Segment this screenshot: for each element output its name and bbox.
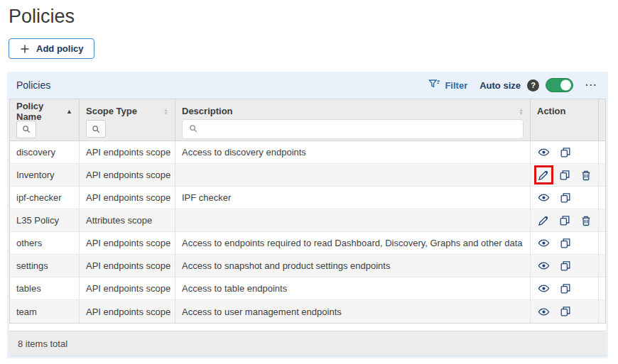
copy-icon[interactable] [559, 260, 571, 272]
scope-type-search-button[interactable] [86, 120, 106, 138]
copy-icon[interactable] [559, 282, 571, 294]
cell-description: Access to endpoints required to read Das… [175, 232, 531, 254]
column-scope-type: Scope Type ▲▼ [80, 99, 175, 140]
cell-policy-name: discovery [10, 141, 80, 163]
help-icon[interactable]: ? [527, 79, 539, 92]
cell-scope-type: API endpoints scope [80, 164, 175, 186]
cell-description: IPF checker [175, 187, 531, 209]
cell-description: Access to user management endpoints [175, 300, 531, 323]
cell-scope-type: API endpoints scope [80, 141, 175, 163]
view-icon[interactable] [538, 260, 550, 272]
column-label: Scope Type [86, 106, 137, 116]
copy-icon[interactable] [559, 146, 571, 158]
header-filler [599, 99, 605, 140]
cell-policy-name: team [10, 300, 80, 323]
grid-footer: 8 items total [9, 331, 606, 356]
cell-policy-name: others [10, 232, 80, 254]
page-title: Policies [9, 6, 618, 28]
edit-icon[interactable] [538, 214, 550, 226]
autosize-label: Auto size [479, 80, 521, 91]
row-filler [599, 141, 605, 163]
cell-policy-name: L35 Policy [10, 209, 80, 231]
cell-description: Access to discovery endpoints [175, 141, 531, 163]
cell-scope-type: API endpoints scope [80, 255, 175, 277]
filter-cell-description [175, 118, 530, 140]
column-header-description[interactable]: Description ▲▼ [175, 99, 530, 118]
copy-icon[interactable] [559, 214, 571, 226]
autosize-toggle[interactable] [546, 78, 573, 92]
cell-actions [531, 232, 599, 254]
delete-icon[interactable] [580, 169, 592, 181]
row-filler [599, 277, 605, 299]
cell-actions [531, 277, 599, 299]
filter-icon [428, 79, 440, 92]
row-filler [599, 232, 605, 254]
column-action: Action [531, 99, 599, 140]
cell-actions [531, 141, 599, 163]
description-search-box [182, 119, 524, 139]
delete-icon[interactable] [580, 214, 592, 226]
column-description: Description ▲▼ [175, 99, 531, 140]
items-total-label: 8 items total [18, 338, 67, 349]
view-icon[interactable] [538, 192, 550, 204]
column-label: Action [537, 106, 565, 116]
panel-controls: Filter Auto size ? ··· [428, 78, 597, 92]
cell-description [175, 209, 531, 231]
table-row: others API endpoints scope Access to end… [10, 232, 605, 255]
cell-description: Access to snapshot and product settings … [175, 255, 531, 277]
policy-name-search-button[interactable] [16, 121, 36, 138]
view-icon[interactable] [538, 282, 550, 294]
view-icon[interactable] [538, 237, 550, 249]
cell-description [175, 164, 531, 186]
column-policy-name: Policy Name ▲ [10, 99, 80, 140]
column-header-action: Action [531, 99, 598, 118]
autosize-group: Auto size ? [479, 78, 573, 92]
column-header-policy-name[interactable]: Policy Name ▲ [10, 99, 79, 118]
grid-table: Policy Name ▲ Scope Type ▲▼ [9, 99, 606, 324]
grid-header: Policy Name ▲ Scope Type ▲▼ [10, 99, 605, 141]
filter-cell-scope-type [80, 118, 175, 140]
filter-button[interactable]: Filter [428, 79, 467, 92]
filter-cell-policy-name [10, 118, 79, 140]
cell-actions [531, 209, 599, 231]
cell-scope-type: API endpoints scope [80, 232, 175, 254]
row-filler [599, 255, 605, 277]
cell-actions [531, 187, 599, 209]
view-icon[interactable] [538, 146, 550, 158]
grid-spacer [9, 324, 606, 331]
add-policy-button[interactable]: Add policy [9, 38, 94, 59]
sort-both-icon: ▲▼ [519, 108, 524, 115]
sort-asc-icon: ▲ [66, 108, 72, 115]
copy-icon[interactable] [559, 169, 571, 181]
column-header-scope-type[interactable]: Scope Type ▲▼ [80, 99, 175, 118]
cell-scope-type: Attributes scope [80, 209, 175, 231]
table-row: Inventory API endpoints scope [10, 164, 605, 187]
search-icon [189, 123, 197, 136]
table-row: team API endpoints scope Access to user … [10, 300, 605, 323]
add-policy-label: Add policy [36, 43, 83, 54]
description-search-input[interactable] [202, 123, 516, 135]
row-filler [599, 164, 605, 186]
cell-actions [531, 300, 599, 323]
table-row: ipf-checker API endpoints scope IPF chec… [10, 187, 605, 209]
panel-title: Policies [16, 79, 50, 91]
table-row: tables API endpoints scope Access to tab… [10, 277, 605, 300]
policies-grid: Policy Name ▲ Scope Type ▲▼ [9, 99, 606, 356]
sort-both-icon: ▲▼ [163, 108, 168, 115]
row-filler [599, 209, 605, 231]
cell-actions [531, 164, 599, 186]
copy-icon[interactable] [559, 237, 571, 249]
row-filler [599, 187, 605, 209]
filter-label: Filter [445, 80, 467, 91]
cell-scope-type: API endpoints scope [80, 277, 175, 299]
view-icon[interactable] [538, 306, 550, 318]
policies-panel: Policies Filter Auto size ? ··· [7, 72, 608, 358]
table-row: settings API endpoints scope Access to s… [10, 255, 605, 277]
toggle-knob [560, 80, 571, 91]
edit-icon[interactable] [538, 169, 550, 181]
cell-scope-type: API endpoints scope [80, 187, 175, 209]
more-options-button[interactable]: ··· [585, 82, 597, 89]
table-row: discovery API endpoints scope Access to … [10, 141, 605, 164]
copy-icon[interactable] [559, 306, 571, 318]
copy-icon[interactable] [559, 192, 571, 204]
